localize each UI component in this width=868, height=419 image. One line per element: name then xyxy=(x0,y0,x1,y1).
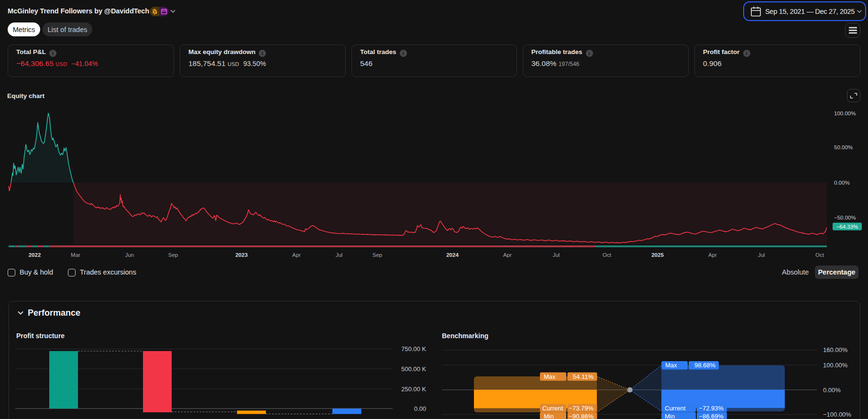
svg-text:Mar: Mar xyxy=(71,252,80,258)
svg-text:54.11%: 54.11% xyxy=(573,373,594,380)
svg-text:0.00%: 0.00% xyxy=(823,386,841,394)
svg-text:98.68%: 98.68% xyxy=(694,362,716,369)
svg-text:−90.86%: −90.86% xyxy=(569,413,593,419)
svg-text:750.00 K: 750.00 K xyxy=(401,345,426,353)
svg-text:100.00%: 100.00% xyxy=(823,362,848,369)
svg-text:Jun: Jun xyxy=(125,252,134,258)
svg-text:−100.00%: −100.00% xyxy=(823,411,851,418)
svg-text:Apr: Apr xyxy=(503,252,512,258)
svg-text:160.00%: 160.00% xyxy=(823,346,848,353)
svg-text:100.00%: 100.00% xyxy=(834,110,856,116)
svg-text:Jul: Jul xyxy=(758,252,765,258)
svg-text:Jul: Jul xyxy=(553,252,560,258)
svg-text:Min: Min xyxy=(544,413,554,419)
svg-text:50.00%: 50.00% xyxy=(834,144,853,150)
svg-text:−72.93%: −72.93% xyxy=(699,405,724,412)
svg-text:2022: 2022 xyxy=(29,252,41,258)
svg-text:Oct: Oct xyxy=(603,252,612,258)
svg-text:2024: 2024 xyxy=(446,252,459,258)
svg-text:0.00: 0.00 xyxy=(414,405,426,412)
svg-text:−86.69%: −86.69% xyxy=(699,413,724,419)
svg-text:Max: Max xyxy=(665,362,677,369)
svg-text:Min: Min xyxy=(665,413,675,419)
svg-text:Current: Current xyxy=(542,405,563,412)
svg-text:500.00 K: 500.00 K xyxy=(401,365,426,373)
svg-text:Sep: Sep xyxy=(373,252,382,258)
svg-text:−50.00%: −50.00% xyxy=(834,215,856,221)
svg-text:Apr: Apr xyxy=(292,252,301,258)
svg-text:2023: 2023 xyxy=(235,252,248,258)
svg-text:2025: 2025 xyxy=(651,252,664,258)
svg-text:250.00 K: 250.00 K xyxy=(401,386,426,393)
svg-text:Sep: Sep xyxy=(168,252,178,258)
svg-text:Max: Max xyxy=(544,373,556,380)
svg-text:Apr: Apr xyxy=(708,252,717,258)
svg-text:−64.33%: −64.33% xyxy=(836,224,858,230)
svg-text:0.00%: 0.00% xyxy=(834,180,850,186)
svg-text:−73.79%: −73.79% xyxy=(569,405,593,412)
svg-text:Current: Current xyxy=(665,405,686,412)
svg-text:Oct: Oct xyxy=(815,252,824,258)
svg-text:Jul: Jul xyxy=(336,252,343,258)
